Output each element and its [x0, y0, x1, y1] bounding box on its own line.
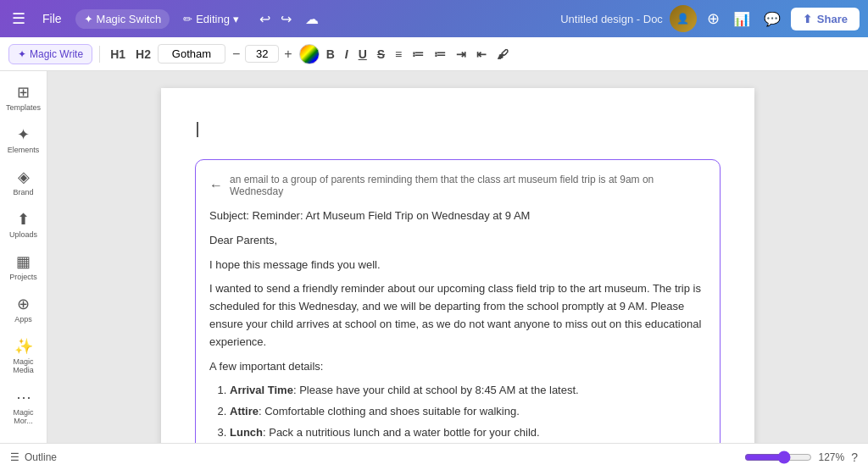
help-button[interactable]: ?: [851, 451, 858, 464]
menu-icon[interactable]: ☰: [8, 6, 29, 31]
list-item: Lunch: Pack a nutritious lunch and a wat…: [230, 424, 706, 442]
outline-icon: ☰: [10, 451, 19, 463]
apps-icon: ⊕: [17, 295, 30, 313]
file-menu[interactable]: File: [36, 8, 69, 29]
sidebar-item-brand[interactable]: ◈ Brand: [3, 163, 44, 202]
indent-decrease-btn[interactable]: ⇤: [473, 46, 490, 63]
font-size-decrease-btn[interactable]: −: [229, 47, 243, 62]
bold-btn[interactable]: B: [323, 46, 338, 63]
magic-write-icon: ✦: [18, 48, 26, 60]
analytics-icon[interactable]: 📊: [730, 8, 754, 30]
editing-mode-btn[interactable]: ✏ Editing ▾: [176, 9, 246, 29]
undo-button[interactable]: ↩: [256, 8, 274, 30]
ai-suggestion-header: ← an email to a group of parents remindi…: [209, 174, 706, 197]
sidebar-item-elements[interactable]: ✦ Elements: [3, 120, 44, 159]
sidebar-item-templates[interactable]: ⊞ Templates: [3, 78, 44, 117]
sidebar-item-magic-media[interactable]: ✨ Magic Media: [3, 332, 44, 379]
ai-back-button[interactable]: ←: [209, 178, 223, 193]
toolbar-separator: [99, 46, 100, 63]
chevron-down-icon: ▾: [233, 13, 239, 25]
magic-media-icon: ✨: [14, 337, 33, 356]
apps-label: Apps: [14, 315, 32, 323]
share-icon: ⬆: [803, 13, 812, 25]
underline-btn[interactable]: U: [355, 46, 370, 63]
magic-switch-btn[interactable]: ✦ Magic Switch: [75, 9, 170, 29]
email-greeting: I hope this message finds you well.: [209, 257, 706, 274]
heading2-btn[interactable]: H2: [132, 46, 154, 63]
brand-label: Brand: [13, 188, 33, 196]
font-size-increase-btn[interactable]: +: [281, 47, 295, 62]
canvas-area[interactable]: ← an email to a group of parents remindi…: [47, 71, 868, 443]
ai-prompt-text: an email to a group of parents reminding…: [230, 174, 706, 197]
templates-icon: ⊞: [17, 83, 30, 102]
brand-icon: ◈: [18, 168, 30, 186]
magic-media-label: Magic Media: [7, 357, 41, 374]
cloud-save-icon[interactable]: ☁: [302, 8, 322, 30]
comment-icon[interactable]: 💬: [760, 8, 784, 30]
subject-text: Subject: Reminder: Art Museum Field Trip…: [209, 209, 530, 222]
more-formatting-btn[interactable]: 🖌: [493, 46, 512, 63]
outline-toggle-btn[interactable]: ☰ Outline: [10, 451, 57, 463]
elements-label: Elements: [8, 146, 40, 154]
magic-more-label: Magic Mor...: [7, 408, 41, 425]
zoom-controls: 127% ?: [744, 451, 859, 464]
doc-title: Untitled design - Doc: [560, 13, 663, 25]
editing-label: Editing: [196, 13, 230, 25]
redo-button[interactable]: ↪: [277, 8, 295, 30]
top-nav: ☰ File ✦ Magic Switch ✏ Editing ▾ ↩ ↪ ☁ …: [0, 0, 868, 37]
sidebar: ⊞ Templates ✦ Elements ◈ Brand ⬆ Uploads…: [0, 71, 47, 443]
undo-redo-group: ↩ ↪: [256, 8, 295, 30]
font-size-input[interactable]: 32: [245, 45, 279, 63]
projects-icon: ▦: [16, 252, 31, 271]
strikethrough-btn[interactable]: S: [374, 46, 388, 63]
add-person-icon[interactable]: ⊕: [704, 6, 723, 31]
indent-increase-btn[interactable]: ⇥: [453, 46, 470, 63]
email-salutation: Dear Parents,: [209, 232, 706, 250]
templates-label: Templates: [6, 103, 41, 112]
elements-icon: ✦: [17, 125, 30, 144]
list-item: Arrival Time: Please have your child at …: [230, 382, 706, 400]
italic-btn[interactable]: I: [342, 46, 352, 63]
text-color-picker[interactable]: [299, 44, 320, 64]
magic-write-label: Magic Write: [30, 48, 83, 60]
bullet-list-btn[interactable]: ≔: [409, 46, 427, 63]
magic-switch-label: Magic Switch: [97, 13, 162, 25]
magic-more-icon: ⋯: [16, 388, 31, 406]
sidebar-item-uploads[interactable]: ⬆ Uploads: [3, 205, 44, 244]
share-button[interactable]: ⬆ Share: [791, 8, 860, 30]
uploads-label: Uploads: [9, 230, 37, 239]
salutation-text: Dear Parents,: [209, 234, 277, 246]
sidebar-item-apps[interactable]: ⊕ Apps: [3, 290, 44, 329]
outline-label: Outline: [25, 451, 57, 463]
email-subject: Subject: Reminder: Art Museum Field Trip…: [209, 207, 706, 225]
magic-switch-icon: ✦: [84, 13, 93, 25]
text-cursor: [197, 122, 198, 137]
ai-suggestion-box: ← an email to a group of parents remindi…: [195, 159, 721, 443]
numbered-list-btn[interactable]: ≔: [431, 46, 449, 63]
email-details-list: Arrival Time: Please have your child at …: [230, 382, 706, 443]
email-body-para1: I wanted to send a friendly reminder abo…: [209, 280, 706, 351]
text-align-btn[interactable]: ≡: [392, 46, 405, 63]
font-family-selector[interactable]: Gotham: [158, 44, 225, 64]
greeting-text: I hope this message finds you well.: [209, 258, 381, 271]
font-size-controls: − 32 +: [229, 45, 296, 63]
bottom-bar: ☰ Outline 127% ?: [0, 443, 868, 470]
canvas-page: ← an email to a group of parents remindi…: [161, 88, 754, 443]
details-intro-text: A few important details:: [209, 360, 323, 373]
heading1-btn[interactable]: H1: [107, 46, 129, 63]
body-para1-text: I wanted to send a friendly reminder abo…: [209, 282, 701, 347]
ai-content: Subject: Reminder: Art Museum Field Trip…: [209, 207, 706, 443]
pencil-icon: ✏: [183, 13, 192, 25]
magic-write-btn[interactable]: ✦ Magic Write: [8, 44, 92, 64]
sidebar-item-magic-more[interactable]: ⋯ Magic Mor...: [3, 383, 44, 430]
zoom-slider[interactable]: [744, 451, 812, 464]
sidebar-item-projects[interactable]: ▦ Projects: [3, 247, 44, 286]
email-details-intro: A few important details:: [209, 358, 706, 376]
main-layout: ⊞ Templates ✦ Elements ◈ Brand ⬆ Uploads…: [0, 71, 868, 443]
list-item: Attire: Comfortable clothing and shoes s…: [230, 403, 706, 421]
avatar[interactable]: 👤: [670, 5, 697, 32]
uploads-icon: ⬆: [17, 210, 30, 229]
zoom-level: 127%: [819, 451, 845, 463]
formatting-toolbar: ✦ Magic Write H1 H2 Gotham − 32 + B I U …: [0, 37, 868, 71]
projects-label: Projects: [9, 273, 37, 281]
